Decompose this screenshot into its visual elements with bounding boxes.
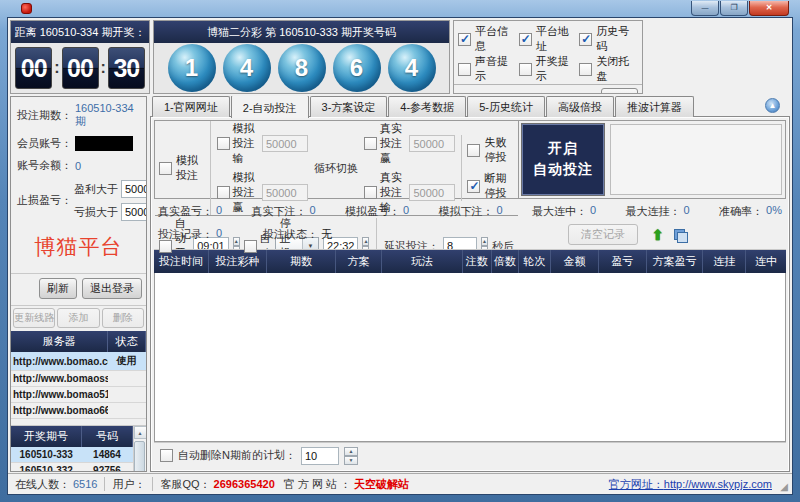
checkbox-platform-address[interactable]: 平台地址 <box>519 24 580 54</box>
real-win-label: 真实投注赢 <box>380 121 406 166</box>
start-auto-bet-button[interactable]: 开启 自动投注 <box>521 123 605 196</box>
checkbox-draw-alert[interactable]: 开奖提示 <box>519 54 580 84</box>
checkbox-icon[interactable] <box>217 186 230 199</box>
auto-delete-input[interactable] <box>301 447 339 465</box>
tab-reference-data[interactable]: 4-参考数据 <box>388 96 466 117</box>
clear-records-button[interactable]: 清空记录 <box>568 224 638 245</box>
column-header[interactable]: 投注彩种 <box>209 250 267 273</box>
column-header[interactable]: 方案 <box>336 250 382 273</box>
checkbox-icon[interactable] <box>519 63 532 76</box>
server-url[interactable]: http://www.bomao66.com <box>11 403 108 419</box>
column-header[interactable]: 连挂 <box>703 250 746 273</box>
checkbox-icon[interactable] <box>159 240 172 253</box>
column-header[interactable]: 盈亏 <box>599 250 647 273</box>
tab-history-stats[interactable]: 5-历史统计 <box>467 96 545 117</box>
checkbox-icon[interactable] <box>458 63 471 76</box>
stat-real-bet: 真实下注： 0 <box>252 204 346 219</box>
loss-threshold-row: 亏损大于 <box>74 203 147 221</box>
close-button[interactable] <box>749 1 789 16</box>
status-bar: 在线人数： 6516 用户： 客服QQ： 2696365420 官 方 网 站 … <box>8 473 792 494</box>
arrow-up-icon <box>652 227 664 243</box>
balance-value: 0 <box>75 160 81 172</box>
export-up-icon[interactable] <box>652 227 664 243</box>
checkbox-fail-stop[interactable]: 失败停投 <box>467 135 514 165</box>
update-line-button[interactable]: 更新线路 <box>13 308 55 328</box>
column-header[interactable]: 注数 <box>463 250 492 273</box>
column-header[interactable]: 投注时间 <box>154 250 209 273</box>
break-stop-label: 断期停投 <box>484 171 514 201</box>
clock-colon: : <box>100 59 107 77</box>
copy-icon[interactable] <box>674 229 686 241</box>
server-status <box>108 371 146 387</box>
server-row[interactable]: http://www.bomao518.c... <box>11 387 146 403</box>
checkbox-icon[interactable] <box>217 137 230 150</box>
server-status <box>108 403 146 419</box>
scroll-up-button[interactable] <box>134 426 147 439</box>
start-button-line2: 自动投注 <box>533 161 593 179</box>
column-header[interactable]: 金额 <box>551 250 599 273</box>
checkbox-sound-alert[interactable]: 声音提示 <box>458 54 519 84</box>
draws-scrollbar[interactable] <box>133 426 146 471</box>
checkbox-history-numbers[interactable]: 历史号码 <box>579 24 640 54</box>
delete-line-button[interactable]: 删除 <box>102 308 144 328</box>
column-header[interactable]: 玩法 <box>382 250 463 273</box>
tab-auto-bet[interactable]: 2-自动投注 <box>231 96 309 118</box>
checkbox-icon[interactable] <box>467 180 480 193</box>
spinner-up-icon[interactable] <box>344 447 358 456</box>
server-url[interactable]: http://www.bomao.com <box>11 352 108 371</box>
column-header[interactable]: 轮次 <box>519 250 551 273</box>
column-header[interactable]: 倍数 <box>492 250 519 273</box>
profit-gt-input[interactable] <box>121 180 147 198</box>
add-line-button[interactable]: 添加 <box>57 308 99 328</box>
resize-grip[interactable] <box>776 478 788 490</box>
period-col-header: 开奖期号 <box>11 426 81 447</box>
tab-plan-setting[interactable]: 3-方案设定 <box>310 96 388 117</box>
real-win-input[interactable] <box>409 135 455 152</box>
server-row[interactable]: http://www.bomao.com 使用 <box>11 352 146 371</box>
checkbox-icon[interactable] <box>579 33 592 46</box>
auto-delete-row: 自动删除N期前的计划： <box>154 442 786 468</box>
checkbox-icon[interactable] <box>579 63 592 76</box>
tab-advanced-multiplier[interactable]: 高级倍投 <box>546 96 614 117</box>
status-col-header: 状态 <box>108 331 146 352</box>
url-link[interactable]: http://www.skypjz.com <box>664 478 772 490</box>
sim-lose-input[interactable] <box>262 135 308 152</box>
checkbox-icon[interactable] <box>467 144 480 157</box>
draws-table-header: 开奖期号 号码 <box>11 426 133 447</box>
stat-label: 最大连中： <box>532 204 587 219</box>
server-row[interactable]: http://www.bomaossc.co... <box>11 371 146 387</box>
checkbox-icon[interactable] <box>159 162 172 175</box>
checkbox-icon[interactable] <box>364 186 377 199</box>
scrollbar-thumb[interactable] <box>134 441 145 471</box>
column-header[interactable]: 方案盈亏 <box>647 250 704 273</box>
auto-delete-stepper[interactable] <box>344 447 358 465</box>
refresh-button[interactable]: 刷新 <box>39 278 77 299</box>
checkbox-icon[interactable] <box>160 449 173 462</box>
checkbox-platform-info[interactable]: 平台信息 <box>458 24 519 54</box>
server-url[interactable]: http://www.bomaossc.co... <box>11 371 108 387</box>
modify-button[interactable]: 修改 <box>601 88 638 94</box>
checkbox-icon[interactable] <box>458 33 471 46</box>
column-header[interactable]: 期数 <box>267 250 336 273</box>
minimize-button[interactable] <box>691 1 719 16</box>
draw-row[interactable]: 160510-333 14864 <box>11 447 133 463</box>
qq-value: 2696365420 <box>214 478 275 490</box>
collapse-panel-button[interactable] <box>765 98 780 113</box>
logout-button[interactable]: 退出登录 <box>82 278 142 299</box>
number-col-header: 号码 <box>81 426 132 447</box>
checkbox-icon[interactable] <box>364 137 377 150</box>
draw-row[interactable]: 160510-332 92756 <box>11 463 133 472</box>
tab-official-site[interactable]: 1-官网网址 <box>152 96 230 117</box>
loss-gt-input[interactable] <box>121 203 147 221</box>
maximize-button[interactable] <box>720 1 748 16</box>
checkbox-icon[interactable] <box>519 33 532 46</box>
server-url[interactable]: http://www.bomao518.c... <box>11 387 108 403</box>
checkbox-break-stop[interactable]: 断期停投 <box>467 171 514 201</box>
checkbox-icon[interactable] <box>244 240 257 253</box>
account-value-redacted <box>75 136 133 151</box>
checkbox-close-to-tray[interactable]: 关闭托盘 <box>579 54 640 84</box>
column-header[interactable]: 连中 <box>746 250 786 273</box>
server-row[interactable]: http://www.bomao66.com <box>11 403 146 419</box>
spinner-down-icon[interactable] <box>344 456 358 465</box>
tab-wave-calculator[interactable]: 推波计算器 <box>615 96 694 117</box>
